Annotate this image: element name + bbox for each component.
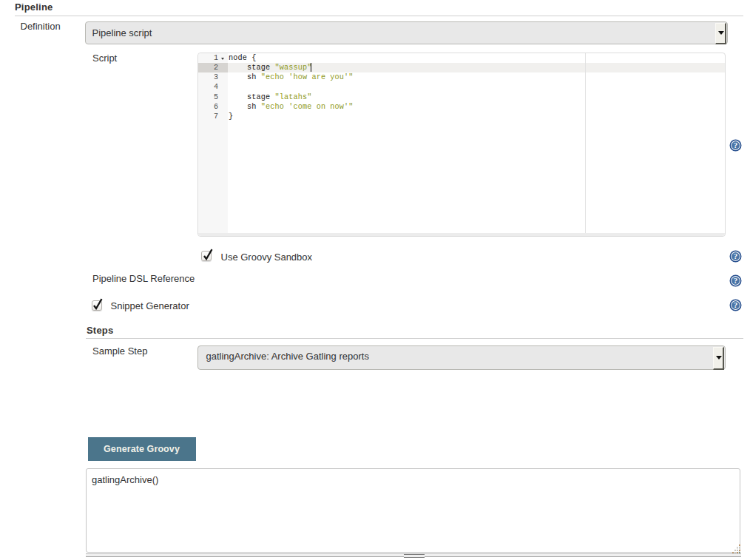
svg-text:?: ?: [734, 252, 738, 260]
svg-text:?: ?: [734, 276, 738, 285]
svg-text:?: ?: [734, 141, 738, 149]
svg-text:?: ?: [734, 300, 738, 309]
